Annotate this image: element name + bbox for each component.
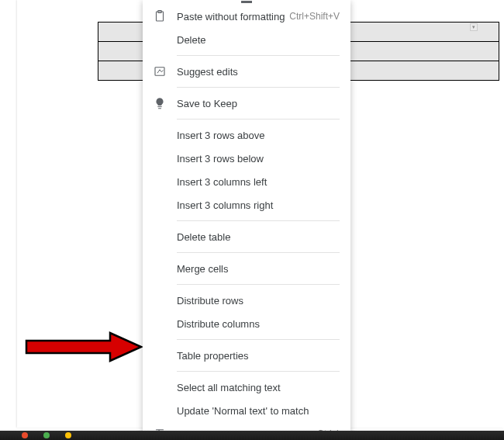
menu-item-label: Distribute rows (177, 295, 340, 307)
suggest-edits-icon (152, 64, 167, 79)
menu-table-properties[interactable]: Table properties (143, 344, 350, 367)
menu-delete[interactable]: Delete (143, 28, 350, 51)
lightbulb-icon (152, 95, 167, 111)
menu-divider (177, 284, 340, 285)
taskbar-icon[interactable] (43, 432, 50, 438)
menu-paste-without-formatting[interactable]: Paste without formatting Ctrl+Shift+V (143, 5, 350, 28)
menu-item-label: Insert 3 columns left (177, 176, 340, 188)
menu-item-shortcut: Ctrl+Shift+V (289, 11, 340, 22)
taskbar (0, 431, 504, 440)
menu-insert-rows-below[interactable]: Insert 3 rows below (143, 147, 350, 170)
menu-insert-cols-right[interactable]: Insert 3 columns right (143, 193, 350, 217)
menu-item-label: Merge cells (177, 263, 340, 275)
menu-item-label: Insert 3 rows above (177, 130, 340, 141)
menu-item-label: Update 'Normal text' to match (177, 405, 340, 417)
menu-item-label: Insert 3 rows below (177, 153, 340, 165)
menu-item-label: Select all matching text (177, 382, 340, 393)
menu-update-normal-text[interactable]: Update 'Normal text' to match (143, 399, 350, 422)
taskbar-icon[interactable] (22, 432, 28, 438)
menu-merge-cells[interactable]: Merge cells (143, 257, 350, 280)
menu-suggest-edits[interactable]: Suggest edits (143, 60, 350, 83)
table-dropdown-handle[interactable]: ▾ (470, 23, 478, 31)
menu-divider (177, 339, 340, 340)
menu-divider (177, 371, 340, 372)
menu-distribute-rows[interactable]: Distribute rows (143, 289, 350, 312)
menu-item-label: Suggest edits (177, 66, 340, 78)
menu-divider (177, 55, 340, 56)
menu-delete-table[interactable]: Delete table (143, 225, 350, 248)
menu-item-label: Delete table (177, 231, 340, 243)
menu-divider (177, 252, 340, 253)
clipboard-icon (152, 9, 167, 24)
taskbar-icon[interactable] (65, 432, 71, 438)
menu-item-label: Table properties (177, 350, 340, 362)
menu-item-label: Save to Keep (177, 98, 340, 109)
menu-divider (177, 119, 340, 120)
menu-divider (177, 87, 340, 88)
menu-item-label: Insert 3 columns right (177, 199, 340, 211)
menu-item-label: Distribute columns (177, 318, 340, 330)
svg-rect-2 (155, 68, 164, 76)
menu-save-to-keep[interactable]: Save to Keep (143, 92, 350, 115)
context-menu: Paste without formatting Ctrl+Shift+V De… (143, 0, 350, 440)
menu-distribute-columns[interactable]: Distribute columns (143, 312, 350, 335)
menu-insert-rows-above[interactable]: Insert 3 rows above (143, 123, 350, 147)
menu-insert-cols-left[interactable]: Insert 3 columns left (143, 170, 350, 193)
menu-item-label: Delete (177, 34, 340, 46)
menu-divider (177, 220, 340, 221)
menu-select-matching-text[interactable]: Select all matching text (143, 376, 350, 399)
menu-item-label: Paste without formatting (177, 11, 289, 23)
